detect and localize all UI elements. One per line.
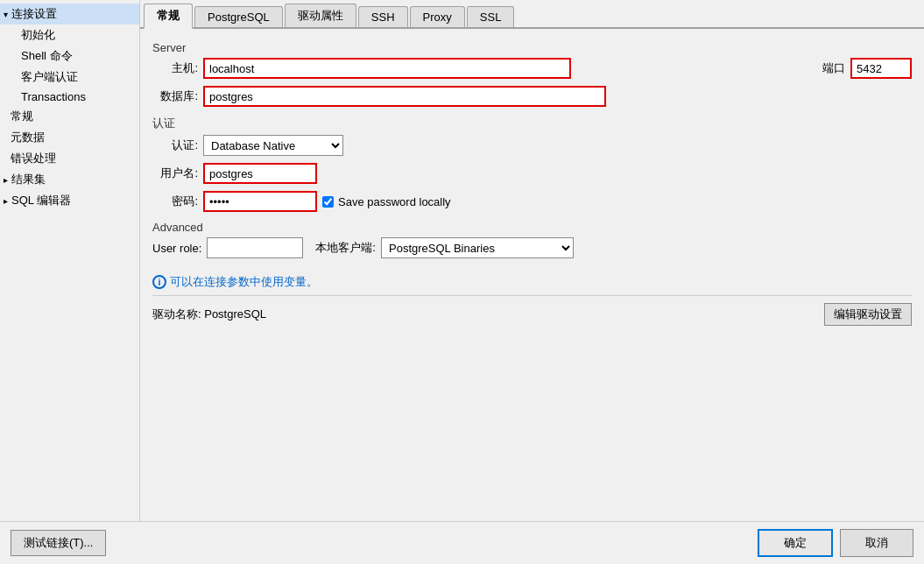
auth-label: 认证: [152, 137, 198, 153]
auth-section-title: 认证 [152, 116, 912, 131]
tab-general[interactable]: 常规 [144, 4, 193, 29]
password-input[interactable] [203, 191, 317, 212]
auth-type-row: 认证: Database Native PostgreSQL md5 LDAP … [152, 135, 912, 156]
user-role-row: User role: 本地客户端: PostgreSQL Binaries Ot… [152, 237, 912, 258]
username-input[interactable] [203, 163, 317, 184]
ok-button[interactable]: 确定 [758, 529, 833, 557]
driver-name: 驱动名称: PostgreSQL [152, 307, 266, 322]
main-content: 常规 PostgreSQL 驱动属性 SSH Proxy SSL [140, 0, 924, 521]
db-input[interactable] [203, 86, 606, 107]
sidebar-item-error-handling[interactable]: 错误处理 [0, 148, 139, 169]
footer-right: 确定 取消 [758, 529, 913, 557]
tab-driver-props[interactable]: 驱动属性 [285, 4, 356, 27]
dialog-footer: 测试链接(T)... 确定 取消 [0, 521, 924, 564]
password-row: 密码: Save password locally [152, 191, 912, 212]
dialog-body: ▾ 连接设置 初始化 Shell 命令 客户端认证 Transactions 常… [0, 0, 924, 521]
host-row: 主机: 端口 [152, 58, 912, 79]
db-label: 数据库: [152, 88, 198, 104]
sidebar-item-connection-settings[interactable]: ▾ 连接设置 [0, 4, 139, 25]
tab-postgresql[interactable]: PostgreSQL [194, 6, 283, 27]
port-input[interactable] [850, 58, 912, 79]
user-role-label: User role: [152, 242, 201, 255]
local-client-select[interactable]: PostgreSQL Binaries Other... [381, 237, 574, 258]
driver-row: 驱动名称: PostgreSQL 编辑驱动设置 [152, 295, 912, 326]
info-row: i 可以在连接参数中使用变量。 [152, 274, 912, 290]
info-icon: i [152, 275, 166, 289]
test-connection-button[interactable]: 测试链接(T)... [11, 530, 106, 556]
password-label: 密码: [152, 194, 198, 209]
edit-driver-button[interactable]: 编辑驱动设置 [824, 303, 912, 326]
host-input[interactable] [203, 58, 571, 79]
footer-left: 测试链接(T)... [11, 530, 106, 556]
auth-select[interactable]: Database Native PostgreSQL md5 LDAP Kerb… [203, 135, 343, 156]
form-area: Server 主机: 端口 数据库: 认证 认证: [140, 29, 924, 521]
tabs-bar: 常规 PostgreSQL 驱动属性 SSH Proxy SSL [140, 0, 924, 29]
username-label: 用户名: [152, 166, 198, 181]
save-password-checkbox[interactable] [322, 196, 334, 208]
sidebar-item-transactions[interactable]: Transactions [0, 88, 139, 106]
cancel-button[interactable]: 取消 [840, 529, 913, 557]
tab-ssl[interactable]: SSL [467, 6, 515, 27]
sidebar-item-sql-editor[interactable]: ▸ SQL 编辑器 [0, 190, 139, 211]
sidebar-item-metadata[interactable]: 元数据 [0, 127, 139, 148]
sidebar-item-client-auth[interactable]: 客户端认证 [0, 67, 139, 88]
server-section-title: Server [152, 41, 912, 54]
save-password-label[interactable]: Save password locally [322, 195, 451, 208]
username-row: 用户名: [152, 163, 912, 184]
port-label: 端口 [822, 60, 845, 76]
tab-ssh[interactable]: SSH [358, 6, 408, 27]
sidebar: ▾ 连接设置 初始化 Shell 命令 客户端认证 Transactions 常… [0, 0, 140, 521]
host-label: 主机: [152, 60, 198, 76]
sidebar-item-general[interactable]: 常规 [0, 106, 139, 127]
sidebar-item-result-set[interactable]: ▸ 结果集 [0, 169, 139, 190]
sidebar-item-shell-cmd[interactable]: Shell 命令 [0, 46, 139, 67]
advanced-section-title: Advanced [152, 221, 912, 234]
sidebar-item-init[interactable]: 初始化 [0, 25, 139, 46]
db-row: 数据库: [152, 86, 912, 107]
chevron-down-icon: ▾ [4, 10, 8, 19]
user-role-input[interactable] [207, 237, 303, 258]
local-client-label: 本地客户端: [315, 240, 376, 256]
chevron-right-icon: ▸ [4, 196, 8, 206]
dialog: ▾ 连接设置 初始化 Shell 命令 客户端认证 Transactions 常… [0, 0, 924, 564]
chevron-right-icon: ▸ [4, 175, 8, 185]
tab-proxy[interactable]: Proxy [410, 6, 465, 27]
